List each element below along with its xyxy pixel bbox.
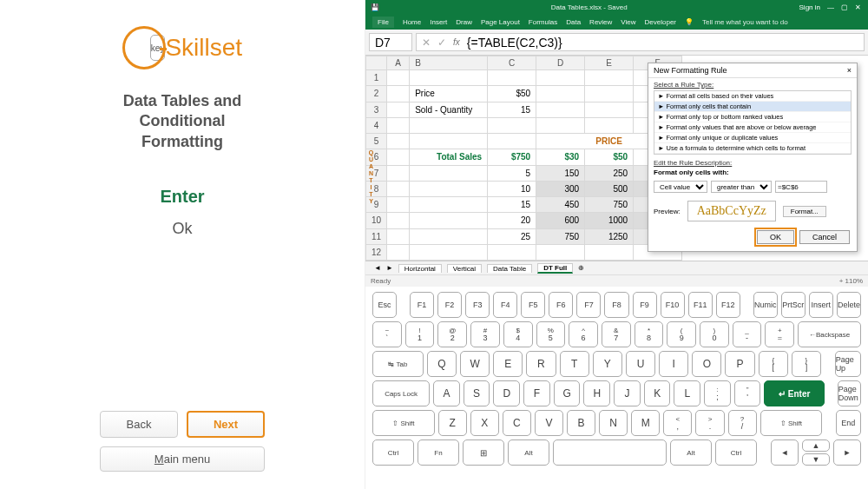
cell-d6[interactable]: $30 (536, 149, 585, 165)
key-j[interactable]: J (614, 380, 641, 406)
tab-draw[interactable]: Draw (456, 18, 472, 26)
rule-item[interactable]: ► Format all cells based on their values (654, 91, 851, 102)
cell-e7[interactable]: 250 (585, 165, 634, 181)
cell-e6[interactable]: $50 (585, 149, 634, 165)
key-semicolon[interactable]: :; (704, 380, 731, 406)
key-3[interactable]: #3 (470, 321, 500, 347)
row-11[interactable]: 11 (366, 228, 387, 244)
key-d[interactable]: D (493, 380, 520, 406)
cell-c6[interactable]: $750 (488, 149, 536, 165)
col-b[interactable]: B (410, 56, 488, 70)
key-4[interactable]: $4 (503, 321, 533, 347)
cell-c11[interactable]: 25 (488, 228, 536, 244)
tab-insert[interactable]: Insert (430, 18, 447, 26)
key-8[interactable]: *8 (635, 321, 664, 347)
key-2[interactable]: @2 (437, 321, 467, 347)
cell-d9[interactable]: 450 (536, 197, 585, 213)
key-period[interactable]: >. (695, 410, 724, 436)
key-7[interactable]: &7 (602, 321, 631, 347)
key-c[interactable]: C (503, 410, 531, 436)
key-numic[interactable]: Numic (753, 292, 778, 318)
sheet-nav-left-icon[interactable]: ◄ (374, 264, 381, 272)
key-f11[interactable]: F11 (688, 292, 713, 318)
key-e[interactable]: E (493, 351, 523, 377)
tab-data[interactable]: Data (566, 18, 581, 26)
tab-review[interactable]: Review (589, 18, 612, 26)
cell-value-select[interactable]: Cell value (654, 181, 707, 193)
cell-c8[interactable]: 10 (488, 181, 536, 196)
row-12[interactable]: 12 (366, 244, 387, 260)
key-f2[interactable]: F2 (437, 292, 462, 318)
key-=[interactable]: += (765, 321, 794, 347)
key-space[interactable] (553, 439, 667, 466)
cell-c2[interactable]: $50 (488, 86, 536, 102)
ref-input[interactable] (775, 181, 827, 193)
key-x[interactable]: X (470, 410, 499, 436)
spreadsheet-grid[interactable]: ABCDEF 1 2Price$50 3Sold - Quantity15 4 … (365, 56, 682, 261)
key-n[interactable]: N (599, 410, 628, 436)
key-p[interactable]: P (725, 351, 754, 377)
key-prtscr[interactable]: PrtScr (781, 292, 806, 318)
cell-d7[interactable]: 150 (536, 165, 585, 181)
key-y[interactable]: Y (593, 351, 622, 377)
rule-item[interactable]: ► Format only unique or duplicate values (654, 133, 851, 143)
key-6[interactable]: ^6 (569, 321, 598, 347)
key-b[interactable]: B (567, 410, 595, 436)
key-alt-right[interactable]: Alt (670, 439, 712, 466)
key-slash[interactable]: ?/ (728, 410, 757, 436)
rule-item[interactable]: ► Format only cells that contain (654, 102, 851, 112)
key-9[interactable]: (9 (667, 321, 696, 347)
key-f7[interactable]: F7 (576, 292, 601, 318)
key-f[interactable]: F (523, 380, 550, 406)
add-sheet-icon[interactable]: ⊕ (578, 264, 584, 272)
key-0[interactable]: )0 (700, 321, 729, 347)
sheet-tab-4[interactable]: DT Full (537, 263, 573, 274)
row-10[interactable]: 10 (366, 213, 387, 228)
key-f1[interactable]: F1 (410, 292, 434, 318)
cell-d11[interactable]: 750 (536, 228, 585, 244)
cell-e9[interactable]: 750 (585, 197, 634, 213)
col-e[interactable]: E (585, 56, 634, 70)
dialog-close-icon[interactable]: × (847, 66, 852, 75)
tab-file[interactable]: File (372, 17, 394, 28)
cancel-button[interactable]: Cancel (799, 230, 850, 244)
key-z[interactable]: Z (438, 410, 467, 436)
format-button[interactable]: Format... (783, 206, 826, 217)
key-a[interactable]: A (433, 380, 460, 406)
sheet-tab-3[interactable]: Data Table (487, 264, 532, 273)
key-insert[interactable]: Insert (809, 292, 833, 318)
formula-bar[interactable]: ✕ ✓ fx {=TABLE(C2,C3)} (416, 33, 865, 51)
row-1[interactable]: 1 (366, 70, 387, 86)
key-alt-left[interactable]: Alt (508, 439, 549, 466)
key-r[interactable]: R (526, 351, 556, 377)
key-f10[interactable]: F10 (661, 292, 685, 318)
key-capslock[interactable]: Caps Lock (372, 380, 430, 406)
key-1[interactable]: !1 (405, 321, 435, 347)
key-f12[interactable]: F12 (716, 292, 740, 318)
key-v[interactable]: V (535, 410, 563, 436)
cell-c3[interactable]: 15 (488, 102, 536, 117)
cell-e10[interactable]: 1000 (585, 213, 634, 228)
cell-c10[interactable]: 20 (488, 213, 536, 228)
key-f8[interactable]: F8 (604, 292, 628, 318)
rule-item[interactable]: ► Format only top or bottom ranked value… (654, 112, 851, 122)
tab-layout[interactable]: Page Layout (481, 18, 520, 26)
col-a[interactable]: A (387, 56, 410, 70)
key-arrow-up[interactable]: ▲ (802, 439, 830, 452)
tab-developer[interactable]: Developer (645, 18, 676, 26)
key-f4[interactable]: F4 (493, 292, 517, 318)
ok-button[interactable]: OK (757, 230, 794, 244)
row-2[interactable]: 2 (366, 86, 387, 102)
sheet-nav-right-icon[interactable]: ► (386, 264, 393, 272)
key-comma[interactable]: <, (663, 410, 692, 436)
cell-b6[interactable]: Total Sales (410, 149, 488, 165)
key-m[interactable]: M (631, 410, 660, 436)
name-box[interactable]: D7 (369, 33, 412, 51)
key-shift-right[interactable]: ⇧ Shift (760, 410, 823, 436)
key-i[interactable]: I (659, 351, 688, 377)
col-d[interactable]: D (536, 56, 585, 70)
back-button[interactable]: Back (100, 411, 178, 438)
key-t[interactable]: T (560, 351, 589, 377)
min-icon[interactable]: — (827, 3, 834, 11)
key-pageup[interactable]: Page Up (835, 351, 861, 377)
